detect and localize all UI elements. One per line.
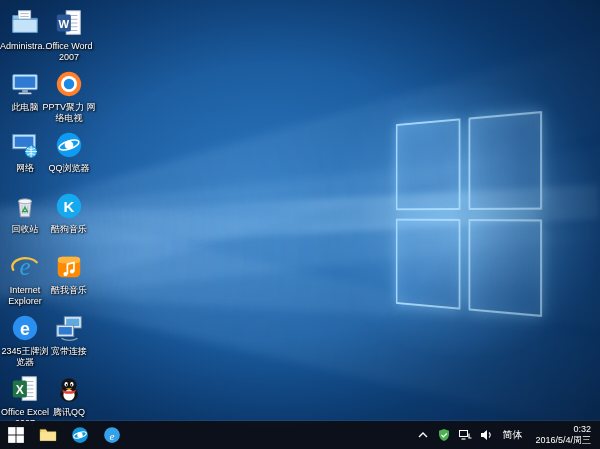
logo-pane: [396, 218, 460, 309]
windows-desktop: Administra... 此电脑 网络 回收站 e: [0, 0, 600, 449]
word-icon: W: [54, 8, 84, 38]
icon-label: 酷我音乐: [41, 285, 97, 296]
svg-text:W: W: [59, 18, 70, 30]
svg-text:e: e: [110, 430, 115, 442]
file-explorer-button[interactable]: [32, 421, 64, 449]
taskbar-left: e: [0, 421, 128, 449]
start-button[interactable]: [0, 421, 32, 449]
icon-label: 酷狗音乐: [41, 224, 97, 235]
svg-text:K: K: [64, 198, 75, 215]
network-status-icon: [458, 428, 472, 442]
logo-pane: [468, 219, 542, 318]
windows-hero-logo: [396, 111, 542, 317]
desktop-icon-office-word[interactable]: W Office Word 2007: [45, 8, 93, 63]
icon-label: 宽带连接: [41, 346, 97, 357]
tray-volume-button[interactable]: [478, 428, 493, 443]
logo-pane: [468, 111, 542, 210]
windows-logo-glow: [330, 85, 600, 355]
clock[interactable]: 0:32 2016/5/4/周三: [531, 424, 595, 446]
browser-2345-icon: e: [10, 313, 40, 343]
desktop-icon-2345-browser[interactable]: e 2345王牌浏览器: [1, 313, 49, 368]
ie-taskbar-button[interactable]: e: [96, 421, 128, 449]
desktop-icon-kuwo[interactable]: 酷我音乐: [45, 252, 93, 296]
tray-expand-button[interactable]: [415, 428, 430, 443]
icon-label: QQ浏览器: [41, 163, 97, 174]
shield-icon: [437, 428, 451, 442]
start-icon: [7, 426, 25, 444]
desktop-icon-internet-explorer[interactable]: e Internet Explorer: [1, 252, 49, 307]
logo-pane: [396, 118, 460, 209]
tray-security-button[interactable]: [436, 428, 451, 443]
system-tray: 简体 0:32 2016/5/4/周三: [415, 421, 600, 449]
ime-indicator[interactable]: 简体: [499, 428, 525, 442]
svg-text:e: e: [20, 319, 30, 339]
desktop-icon-kugou[interactable]: K 酷狗音乐: [45, 191, 93, 235]
speaker-icon: [479, 428, 493, 442]
qq-browser-icon: [54, 130, 84, 160]
user-folder-icon: [10, 8, 40, 38]
qq-browser-icon: [71, 426, 89, 444]
desktop-icon-broadband[interactable]: 宽带连接: [45, 313, 93, 357]
excel-icon: X: [10, 374, 40, 404]
broadband-icon: [54, 313, 84, 343]
kuwo-icon: [54, 252, 84, 282]
svg-text:X: X: [16, 383, 25, 397]
icon-label: 腾讯QQ: [41, 407, 97, 418]
qq-browser-taskbar-button[interactable]: [64, 421, 96, 449]
desktop-icon-qq-browser[interactable]: QQ浏览器: [45, 130, 93, 174]
icon-label: PPTV聚力 网络电视: [41, 102, 97, 124]
svg-text:e: e: [19, 252, 30, 280]
file-explorer-icon: [39, 426, 57, 444]
pptv-icon: [54, 69, 84, 99]
tencent-qq-icon: [54, 374, 84, 404]
network-icon: [10, 130, 40, 160]
chevron-up-icon: [416, 428, 430, 442]
icon-label: Office Word 2007: [41, 41, 97, 63]
tray-network-button[interactable]: [457, 428, 472, 443]
internet-explorer-icon: e: [10, 252, 40, 282]
desktop-icon-pptv[interactable]: PPTV聚力 网络电视: [45, 69, 93, 124]
desktop-icon-tencent-qq[interactable]: 腾讯QQ: [45, 374, 93, 418]
ie-browser-icon: e: [103, 426, 121, 444]
taskbar: e: [0, 421, 600, 449]
clock-date: 2016/5/4/周三: [535, 435, 591, 446]
recycle-bin-icon: [10, 191, 40, 221]
this-pc-icon: [10, 69, 40, 99]
kugou-icon: K: [54, 191, 84, 221]
clock-time: 0:32: [573, 424, 591, 435]
